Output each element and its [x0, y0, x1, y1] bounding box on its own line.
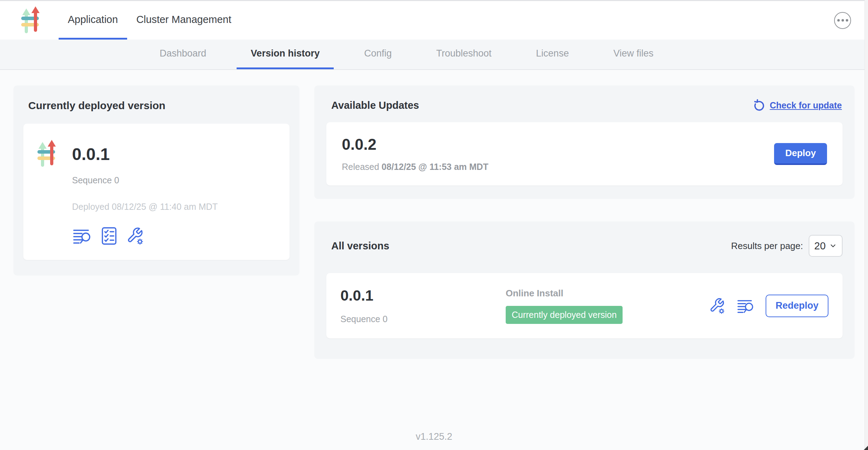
check-for-update-link[interactable]: Check for update: [753, 99, 842, 112]
main-content: Currently deployed version 0.0.1: [0, 70, 868, 359]
chevron-down-icon: [829, 242, 837, 250]
deploy-button[interactable]: Deploy: [774, 143, 827, 165]
tab-license[interactable]: License: [522, 40, 583, 69]
header-right: [834, 1, 851, 40]
update-released-line: Released 08/12/25 @ 11:53 am MDT: [342, 162, 488, 172]
all-versions-title: All versions: [331, 240, 389, 252]
update-row: 0.0.2 Released 08/12/25 @ 11:53 am MDT D…: [326, 122, 843, 185]
app-logo-icon: [36, 140, 59, 168]
currently-deployed-title: Currently deployed version: [28, 100, 290, 112]
available-updates-card: Available Updates Check for update 0.0.2…: [314, 85, 855, 199]
results-per-page-select[interactable]: 20: [809, 235, 843, 257]
console-version: v1.125.2: [0, 431, 868, 442]
primary-nav: Application Cluster Management: [59, 1, 240, 40]
tab-cluster-management[interactable]: Cluster Management: [127, 1, 240, 40]
update-version-number: 0.0.2: [342, 136, 488, 153]
row-install-type: Online Install: [506, 288, 709, 299]
app-logo-icon: [20, 6, 42, 35]
view-diff-icon[interactable]: [737, 298, 754, 314]
scrollbar[interactable]: [864, 0, 868, 450]
deployed-version-panel: 0.0.1 Sequence 0 Deployed 08/12/25 @ 11:…: [23, 124, 290, 260]
preflight-checks-icon[interactable]: [101, 227, 117, 245]
tab-view-files[interactable]: View files: [599, 40, 668, 69]
results-per-page-label: Results per page:: [731, 241, 803, 251]
resize-corner-icon: [864, 446, 868, 450]
edit-config-icon[interactable]: [709, 297, 725, 314]
tab-troubleshoot[interactable]: Troubleshoot: [422, 40, 506, 69]
row-sequence: Sequence 0: [340, 314, 506, 324]
tab-config[interactable]: Config: [350, 40, 406, 69]
redeploy-button[interactable]: Redeploy: [766, 295, 828, 317]
all-versions-card: All versions Results per page: 20 0.0: [314, 221, 855, 359]
available-updates-title: Available Updates: [331, 100, 419, 111]
app-header: Application Cluster Management: [0, 0, 868, 40]
deployed-sequence: Sequence 0: [72, 175, 277, 185]
refresh-icon: [753, 99, 766, 112]
edit-config-icon[interactable]: [126, 227, 144, 245]
tab-version-history[interactable]: Version history: [237, 40, 334, 69]
currently-deployed-badge: Currently deployed version: [506, 306, 623, 324]
currently-deployed-card: Currently deployed version 0.0.1: [13, 85, 299, 276]
deployed-timestamp: Deployed 08/12/25 @ 11:40 am MDT: [72, 202, 277, 212]
row-version-number: 0.0.1: [340, 287, 506, 304]
tab-dashboard[interactable]: Dashboard: [145, 40, 220, 69]
right-column: Available Updates Check for update 0.0.2…: [314, 85, 855, 359]
admin-console-page: Application Cluster Management Dashboard…: [0, 0, 868, 450]
tab-application[interactable]: Application: [59, 1, 127, 40]
app-subnav: Dashboard Version history Config Trouble…: [0, 40, 868, 70]
deployed-version-number: 0.0.1: [72, 144, 110, 164]
more-menu-icon[interactable]: [834, 12, 851, 29]
version-row: 0.0.1 Sequence 0 Online Install Currentl…: [326, 273, 843, 338]
view-diff-icon[interactable]: [72, 227, 92, 244]
